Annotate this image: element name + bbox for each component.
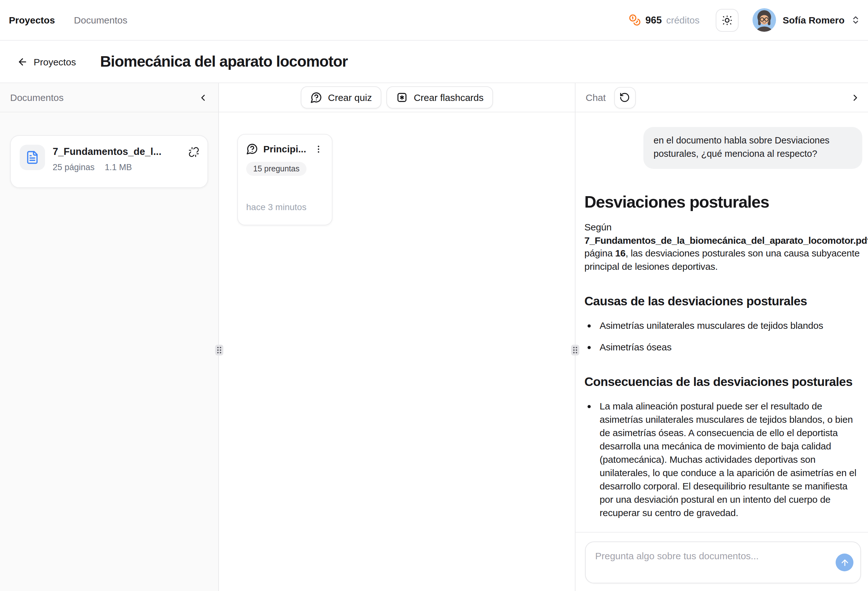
list-item: La mala alineación postural puede ser el… bbox=[598, 399, 862, 519]
chat-header: Chat bbox=[576, 83, 868, 112]
arrow-left-icon bbox=[17, 56, 28, 67]
message-question-icon bbox=[246, 143, 258, 155]
user-name: Sofía Romero bbox=[783, 15, 844, 25]
avatar bbox=[753, 8, 776, 32]
document-pages: 25 páginas bbox=[53, 163, 94, 172]
document-card[interactable]: 7_Fundamentos_de_l... 25 páginas 1.1 MB bbox=[10, 135, 208, 188]
workspace-toolbar: Crear quiz Crear flashcards bbox=[219, 83, 575, 112]
consequences-heading: Consecuencias de las desviaciones postur… bbox=[585, 375, 862, 389]
list-item: Asimetrías unilaterales musculares de te… bbox=[598, 319, 862, 332]
create-quiz-label: Crear quiz bbox=[328, 92, 372, 103]
credits-label: créditos bbox=[666, 15, 700, 25]
response-intro: Según 7_Fundamentos_de_la_biomecánica_de… bbox=[585, 221, 862, 273]
pane-resize-handle-left[interactable] bbox=[215, 345, 223, 356]
quiz-card-header: Principi... bbox=[246, 143, 323, 155]
theme-toggle-button[interactable] bbox=[716, 9, 739, 31]
credits-button[interactable]: 965 créditos bbox=[629, 14, 700, 26]
pane-resize-handle-right[interactable] bbox=[571, 345, 579, 356]
documents-panel-title: Documentos bbox=[10, 92, 63, 103]
document-meta: 25 páginas 1.1 MB bbox=[53, 163, 161, 172]
consequences-list: La mala alineación postural puede ser el… bbox=[585, 399, 862, 519]
causes-list: Asimetrías unilaterales musculares de te… bbox=[585, 319, 862, 353]
nav-links: Proyectos Documentos bbox=[9, 15, 127, 25]
flashcard-icon bbox=[396, 92, 408, 103]
assistant-response: Desviaciones posturales Según 7_Fundamen… bbox=[585, 192, 862, 532]
main-area: Documentos 7_Fundame bbox=[0, 83, 868, 591]
rotate-ccw-icon bbox=[619, 92, 630, 103]
credits-value: 965 bbox=[645, 14, 662, 26]
arrow-up-icon bbox=[840, 558, 849, 567]
expand-chat-button[interactable] bbox=[850, 92, 861, 102]
nav-item-documentos[interactable]: Documentos bbox=[74, 15, 127, 25]
collapse-panel-button[interactable] bbox=[197, 91, 210, 104]
nav-item-proyectos[interactable]: Proyectos bbox=[9, 15, 55, 25]
chevron-left-icon bbox=[198, 92, 208, 102]
top-nav-right: 965 créditos bbox=[629, 8, 861, 32]
kebab-icon bbox=[313, 144, 323, 154]
create-flashcards-button[interactable]: Crear flashcards bbox=[387, 86, 493, 109]
documents-panel: Documentos 7_Fundame bbox=[0, 83, 219, 591]
response-heading: Desviaciones posturales bbox=[585, 192, 862, 212]
reset-chat-button[interactable] bbox=[614, 87, 635, 108]
back-label: Proyectos bbox=[34, 56, 76, 67]
document-info: 7_Fundamentos_de_l... 25 páginas 1.1 MB bbox=[53, 145, 161, 178]
user-message-bubble: en el documento habla sobre Desviaciones… bbox=[644, 127, 862, 169]
chat-messages: en el documento habla sobre Desviaciones… bbox=[576, 112, 868, 532]
workspace-panel: Crear quiz Crear flashcards bbox=[219, 83, 576, 591]
documents-panel-header: Documentos bbox=[0, 83, 218, 112]
document-name: 7_Fundamentos_de_l... bbox=[53, 146, 161, 157]
sun-icon bbox=[722, 14, 733, 26]
unlink-status-button[interactable] bbox=[189, 147, 199, 157]
app-root: Proyectos Documentos 965 créditos bbox=[0, 0, 868, 591]
unlink-icon bbox=[189, 147, 199, 157]
quiz-card[interactable]: Principi... 15 preguntas hace 3 minutos bbox=[237, 134, 332, 225]
chat-input-box bbox=[585, 541, 861, 584]
source-page-number: 16 bbox=[615, 248, 626, 259]
coins-icon bbox=[629, 14, 641, 26]
chat-input[interactable] bbox=[586, 542, 861, 583]
create-flashcards-label: Crear flashcards bbox=[414, 92, 484, 103]
top-nav: Proyectos Documentos 965 créditos bbox=[0, 0, 868, 41]
chat-input-area bbox=[576, 532, 868, 591]
chevrons-up-down-icon bbox=[851, 15, 861, 25]
document-size: 1.1 MB bbox=[105, 163, 132, 172]
file-text-icon bbox=[20, 145, 45, 170]
grip-icon bbox=[216, 346, 222, 354]
send-message-button[interactable] bbox=[836, 554, 853, 571]
chat-panel: Chat en el docu bbox=[576, 83, 868, 591]
quiz-card-title: Principi... bbox=[263, 143, 306, 154]
page-header: Proyectos Biomecánica del aparato locomo… bbox=[0, 41, 868, 83]
quiz-card-menu-button[interactable] bbox=[313, 144, 323, 154]
back-to-projects-button[interactable]: Proyectos bbox=[17, 56, 76, 67]
message-question-icon bbox=[310, 92, 322, 103]
source-file-name: 7_Fundamentos_de_la_biomecánica_del_apar… bbox=[585, 235, 868, 245]
chat-title: Chat bbox=[586, 92, 606, 103]
causes-heading: Causas de las desviaciones posturales bbox=[585, 294, 862, 309]
page-title: Biomecánica del aparato locomotor bbox=[100, 53, 348, 71]
create-quiz-button[interactable]: Crear quiz bbox=[301, 86, 381, 109]
list-item: Asimetrías óseas bbox=[598, 340, 862, 353]
grip-icon bbox=[572, 346, 578, 354]
chevron-right-icon bbox=[850, 92, 861, 102]
quiz-question-count-badge: 15 preguntas bbox=[246, 162, 307, 176]
quiz-card-timestamp: hace 3 minutos bbox=[246, 202, 307, 216]
account-menu[interactable]: Sofía Romero bbox=[753, 8, 861, 32]
